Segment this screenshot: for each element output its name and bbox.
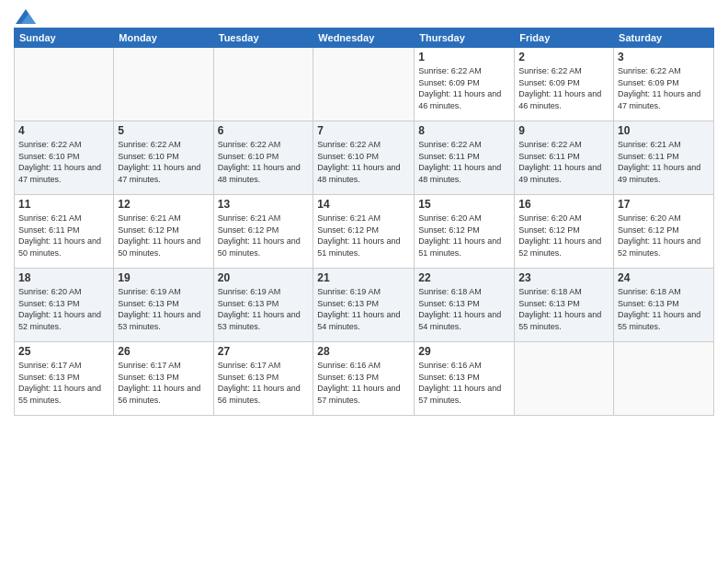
- calendar-cell: 13Sunrise: 6:21 AM Sunset: 6:12 PM Dayli…: [213, 195, 313, 269]
- day-info: Sunrise: 6:20 AM Sunset: 6:13 PM Dayligh…: [18, 286, 109, 332]
- day-info: Sunrise: 6:19 AM Sunset: 6:13 PM Dayligh…: [118, 286, 209, 332]
- header-row: SundayMondayTuesdayWednesdayThursdayFrid…: [15, 29, 714, 48]
- day-info: Sunrise: 6:22 AM Sunset: 6:10 PM Dayligh…: [118, 139, 209, 185]
- day-number: 16: [518, 198, 609, 211]
- calendar-cell: [114, 48, 213, 121]
- calendar-cell: [313, 48, 415, 121]
- calendar-table: SundayMondayTuesdayWednesdayThursdayFrid…: [14, 28, 714, 416]
- day-number: 5: [118, 124, 209, 137]
- calendar-cell: [515, 342, 614, 416]
- day-number: 24: [618, 271, 710, 284]
- day-info: Sunrise: 6:18 AM Sunset: 6:13 PM Dayligh…: [418, 286, 510, 332]
- calendar-cell: 25Sunrise: 6:17 AM Sunset: 6:13 PM Dayli…: [15, 342, 114, 416]
- column-header-sunday: Sunday: [15, 29, 114, 48]
- week-row-2: 4Sunrise: 6:22 AM Sunset: 6:10 PM Daylig…: [15, 121, 714, 195]
- column-header-thursday: Thursday: [415, 29, 515, 48]
- day-info: Sunrise: 6:20 AM Sunset: 6:12 PM Dayligh…: [418, 213, 510, 259]
- calendar-cell: 27Sunrise: 6:17 AM Sunset: 6:13 PM Dayli…: [213, 342, 313, 416]
- day-info: Sunrise: 6:21 AM Sunset: 6:11 PM Dayligh…: [18, 213, 109, 259]
- calendar-cell: 6Sunrise: 6:22 AM Sunset: 6:10 PM Daylig…: [213, 121, 313, 195]
- day-info: Sunrise: 6:20 AM Sunset: 6:12 PM Dayligh…: [518, 213, 609, 259]
- day-info: Sunrise: 6:22 AM Sunset: 6:10 PM Dayligh…: [218, 139, 310, 185]
- day-info: Sunrise: 6:21 AM Sunset: 6:11 PM Dayligh…: [618, 139, 710, 185]
- calendar-cell: 16Sunrise: 6:20 AM Sunset: 6:12 PM Dayli…: [515, 195, 614, 269]
- day-number: 29: [418, 345, 510, 358]
- day-number: 15: [418, 198, 510, 211]
- day-info: Sunrise: 6:22 AM Sunset: 6:11 PM Dayligh…: [418, 139, 510, 185]
- logo-icon: [16, 9, 36, 24]
- day-info: Sunrise: 6:22 AM Sunset: 6:10 PM Dayligh…: [317, 139, 410, 185]
- column-header-friday: Friday: [515, 29, 614, 48]
- week-row-4: 18Sunrise: 6:20 AM Sunset: 6:13 PM Dayli…: [15, 269, 714, 342]
- column-header-tuesday: Tuesday: [213, 29, 313, 48]
- day-number: 28: [317, 345, 410, 358]
- day-number: 8: [418, 124, 510, 137]
- day-number: 13: [218, 198, 310, 211]
- logo: [14, 9, 38, 20]
- day-info: Sunrise: 6:22 AM Sunset: 6:11 PM Dayligh…: [518, 139, 609, 185]
- calendar-cell: 1Sunrise: 6:22 AM Sunset: 6:09 PM Daylig…: [415, 48, 515, 121]
- week-row-5: 25Sunrise: 6:17 AM Sunset: 6:13 PM Dayli…: [15, 342, 714, 416]
- day-number: 10: [618, 124, 710, 137]
- day-info: Sunrise: 6:19 AM Sunset: 6:13 PM Dayligh…: [218, 286, 310, 332]
- calendar-cell: 28Sunrise: 6:16 AM Sunset: 6:13 PM Dayli…: [313, 342, 415, 416]
- day-info: Sunrise: 6:20 AM Sunset: 6:12 PM Dayligh…: [618, 213, 710, 259]
- day-number: 7: [317, 124, 410, 137]
- day-info: Sunrise: 6:22 AM Sunset: 6:09 PM Dayligh…: [518, 65, 609, 111]
- day-number: 6: [218, 124, 310, 137]
- calendar-cell: 4Sunrise: 6:22 AM Sunset: 6:10 PM Daylig…: [15, 121, 114, 195]
- day-info: Sunrise: 6:21 AM Sunset: 6:12 PM Dayligh…: [317, 213, 410, 259]
- day-number: 17: [618, 198, 710, 211]
- header: [14, 9, 714, 20]
- calendar-cell: 3Sunrise: 6:22 AM Sunset: 6:09 PM Daylig…: [614, 48, 714, 121]
- calendar-cell: 15Sunrise: 6:20 AM Sunset: 6:12 PM Dayli…: [415, 195, 515, 269]
- day-info: Sunrise: 6:21 AM Sunset: 6:12 PM Dayligh…: [218, 213, 310, 259]
- day-number: 20: [218, 271, 310, 284]
- calendar-cell: 10Sunrise: 6:21 AM Sunset: 6:11 PM Dayli…: [614, 121, 714, 195]
- calendar-cell: 2Sunrise: 6:22 AM Sunset: 6:09 PM Daylig…: [515, 48, 614, 121]
- day-info: Sunrise: 6:22 AM Sunset: 6:09 PM Dayligh…: [618, 65, 710, 111]
- calendar-cell: 11Sunrise: 6:21 AM Sunset: 6:11 PM Dayli…: [15, 195, 114, 269]
- day-info: Sunrise: 6:18 AM Sunset: 6:13 PM Dayligh…: [618, 286, 710, 332]
- week-row-3: 11Sunrise: 6:21 AM Sunset: 6:11 PM Dayli…: [15, 195, 714, 269]
- calendar-cell: 29Sunrise: 6:16 AM Sunset: 6:13 PM Dayli…: [415, 342, 515, 416]
- calendar-cell: 26Sunrise: 6:17 AM Sunset: 6:13 PM Dayli…: [114, 342, 213, 416]
- day-info: Sunrise: 6:16 AM Sunset: 6:13 PM Dayligh…: [418, 360, 510, 406]
- calendar-cell: 24Sunrise: 6:18 AM Sunset: 6:13 PM Dayli…: [614, 269, 714, 342]
- day-number: 14: [317, 198, 410, 211]
- day-info: Sunrise: 6:16 AM Sunset: 6:13 PM Dayligh…: [317, 360, 410, 406]
- day-info: Sunrise: 6:18 AM Sunset: 6:13 PM Dayligh…: [518, 286, 609, 332]
- week-row-1: 1Sunrise: 6:22 AM Sunset: 6:09 PM Daylig…: [15, 48, 714, 121]
- day-number: 1: [418, 51, 510, 63]
- calendar-cell: [614, 342, 714, 416]
- column-header-monday: Monday: [114, 29, 213, 48]
- day-info: Sunrise: 6:22 AM Sunset: 6:09 PM Dayligh…: [418, 65, 510, 111]
- calendar-cell: 21Sunrise: 6:19 AM Sunset: 6:13 PM Dayli…: [313, 269, 415, 342]
- day-number: 26: [118, 345, 209, 358]
- calendar-cell: 20Sunrise: 6:19 AM Sunset: 6:13 PM Dayli…: [213, 269, 313, 342]
- day-number: 2: [518, 51, 609, 63]
- day-number: 9: [518, 124, 609, 137]
- day-info: Sunrise: 6:19 AM Sunset: 6:13 PM Dayligh…: [317, 286, 410, 332]
- day-number: 19: [118, 271, 209, 284]
- day-number: 23: [518, 271, 609, 284]
- day-info: Sunrise: 6:22 AM Sunset: 6:10 PM Dayligh…: [18, 139, 109, 185]
- day-number: 3: [618, 51, 710, 63]
- day-info: Sunrise: 6:17 AM Sunset: 6:13 PM Dayligh…: [218, 360, 310, 406]
- calendar-cell: 18Sunrise: 6:20 AM Sunset: 6:13 PM Dayli…: [15, 269, 114, 342]
- day-info: Sunrise: 6:17 AM Sunset: 6:13 PM Dayligh…: [18, 360, 109, 406]
- day-number: 21: [317, 271, 410, 284]
- calendar-cell: 9Sunrise: 6:22 AM Sunset: 6:11 PM Daylig…: [515, 121, 614, 195]
- calendar-cell: 14Sunrise: 6:21 AM Sunset: 6:12 PM Dayli…: [313, 195, 415, 269]
- calendar-cell: [213, 48, 313, 121]
- day-number: 22: [418, 271, 510, 284]
- calendar-cell: 8Sunrise: 6:22 AM Sunset: 6:11 PM Daylig…: [415, 121, 515, 195]
- day-number: 25: [18, 345, 109, 358]
- column-header-wednesday: Wednesday: [313, 29, 415, 48]
- calendar-cell: 19Sunrise: 6:19 AM Sunset: 6:13 PM Dayli…: [114, 269, 213, 342]
- calendar-cell: 12Sunrise: 6:21 AM Sunset: 6:12 PM Dayli…: [114, 195, 213, 269]
- day-number: 4: [18, 124, 109, 137]
- day-number: 12: [118, 198, 209, 211]
- calendar-cell: 22Sunrise: 6:18 AM Sunset: 6:13 PM Dayli…: [415, 269, 515, 342]
- page: SundayMondayTuesdayWednesdayThursdayFrid…: [0, 0, 728, 563]
